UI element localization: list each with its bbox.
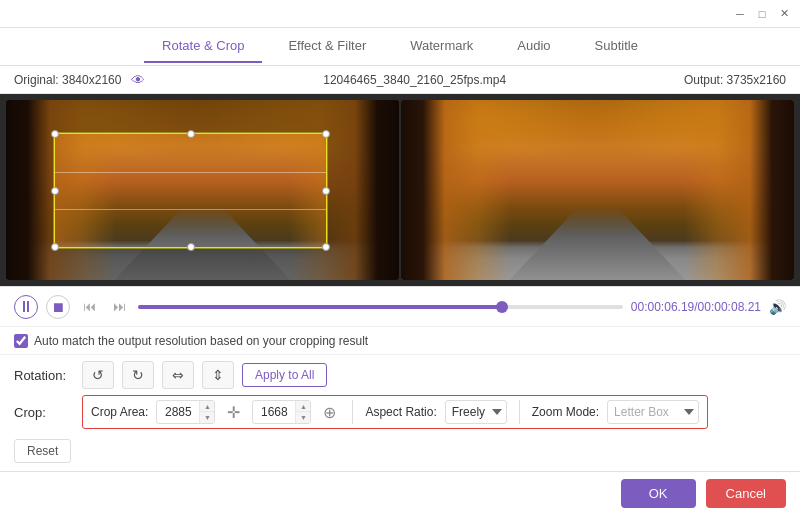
center-icon: ⊕ bbox=[323, 403, 336, 422]
crop-controls: Crop Area: ▲ ▼ ✛ ▲ ▼ ⊕ As bbox=[82, 395, 708, 429]
rotate-right-icon: ↻ bbox=[132, 367, 144, 383]
flip-h-icon: ⇔ bbox=[172, 367, 184, 383]
preview-area bbox=[0, 94, 800, 286]
title-bar: ─ □ ✕ bbox=[0, 0, 800, 28]
volume-icon[interactable]: 🔊 bbox=[769, 299, 786, 315]
tree-right-right bbox=[684, 100, 794, 280]
skip-back-button[interactable]: ⏮ bbox=[78, 296, 100, 318]
pause-button[interactable]: ⏸ bbox=[14, 295, 38, 319]
auto-match-label: Auto match the output resolution based o… bbox=[34, 334, 368, 348]
rotation-label: Rotation: bbox=[14, 368, 74, 383]
separator-1 bbox=[352, 400, 353, 424]
crop-height-down[interactable]: ▼ bbox=[296, 412, 310, 423]
tabs-bar: Rotate & Crop Effect & Filter Watermark … bbox=[0, 28, 800, 66]
current-time: 00:00:06.19 bbox=[631, 300, 694, 314]
separator-2 bbox=[519, 400, 520, 424]
crop-grid bbox=[55, 134, 326, 247]
crop-label: Crop: bbox=[14, 405, 74, 420]
total-time: 00:00:08.21 bbox=[698, 300, 761, 314]
file-name: 12046465_3840_2160_25fps.mp4 bbox=[323, 73, 506, 87]
controls-area: Rotation: ↺ ↻ ⇔ ⇕ Apply to All Crop: Cro… bbox=[0, 354, 800, 471]
flip-v-button[interactable]: ⇕ bbox=[202, 361, 234, 389]
rotate-left-icon: ↺ bbox=[92, 367, 104, 383]
skip-forward-button[interactable]: ⏭ bbox=[108, 296, 130, 318]
tab-effect-filter[interactable]: Effect & Filter bbox=[270, 30, 384, 63]
tab-rotate-crop[interactable]: Rotate & Crop bbox=[144, 30, 262, 63]
tab-audio[interactable]: Audio bbox=[499, 30, 568, 63]
crop-height-spinbox[interactable]: ▲ ▼ bbox=[252, 400, 311, 424]
original-resolution: Original: 3840x2160 bbox=[14, 73, 121, 87]
stop-button[interactable]: ⏹ bbox=[46, 295, 70, 319]
auto-match-bar: Auto match the output resolution based o… bbox=[0, 326, 800, 354]
progress-fill bbox=[138, 305, 502, 309]
crop-handle-rm[interactable] bbox=[322, 187, 330, 195]
crop-row-container: Crop: Crop Area: ▲ ▼ ✛ ▲ ▼ bbox=[14, 395, 786, 429]
crop-width-down[interactable]: ▼ bbox=[200, 412, 214, 423]
bottom-bar: OK Cancel bbox=[0, 471, 800, 515]
close-button[interactable]: ✕ bbox=[776, 6, 792, 22]
time-display: 00:00:06.19/00:00:08.21 bbox=[631, 300, 761, 314]
auto-match-checkbox[interactable] bbox=[14, 334, 28, 348]
cross-icon: ✛ bbox=[227, 403, 240, 422]
crop-height-input[interactable] bbox=[253, 403, 295, 421]
crop-height-arrows: ▲ ▼ bbox=[295, 401, 310, 423]
ok-button[interactable]: OK bbox=[621, 479, 696, 508]
tree-left-right bbox=[401, 100, 511, 280]
crop-handle-lm[interactable] bbox=[51, 187, 59, 195]
zoom-mode-select[interactable]: Letter Box Pan & Scan Full bbox=[607, 400, 699, 424]
playback-bar: ⏸ ⏹ ⏮ ⏭ 00:00:06.19/00:00:08.21 🔊 bbox=[0, 286, 800, 326]
aspect-ratio-label: Aspect Ratio: bbox=[365, 405, 436, 419]
crop-width-up[interactable]: ▲ bbox=[200, 401, 214, 412]
info-bar: Original: 3840x2160 👁 12046465_3840_2160… bbox=[0, 66, 800, 94]
rotate-left-button[interactable]: ↺ bbox=[82, 361, 114, 389]
maximize-button[interactable]: □ bbox=[754, 6, 770, 22]
preview-cropped bbox=[401, 100, 794, 280]
reset-button[interactable]: Reset bbox=[14, 439, 71, 463]
eye-icon[interactable]: 👁 bbox=[131, 72, 145, 88]
output-resolution: Output: 3735x2160 bbox=[684, 73, 786, 87]
crop-width-arrows: ▲ ▼ bbox=[199, 401, 214, 423]
flip-v-icon: ⇕ bbox=[212, 367, 224, 383]
tab-watermark[interactable]: Watermark bbox=[392, 30, 491, 63]
crop-width-input[interactable] bbox=[157, 403, 199, 421]
progress-track[interactable] bbox=[138, 305, 623, 309]
cancel-button[interactable]: Cancel bbox=[706, 479, 786, 508]
crop-width-spinbox[interactable]: ▲ ▼ bbox=[156, 400, 215, 424]
crop-selection[interactable] bbox=[53, 132, 328, 249]
rotate-right-button[interactable]: ↻ bbox=[122, 361, 154, 389]
apply-all-button[interactable]: Apply to All bbox=[242, 363, 327, 387]
crop-height-up[interactable]: ▲ bbox=[296, 401, 310, 412]
crop-handle-tm[interactable] bbox=[187, 130, 195, 138]
flip-h-button[interactable]: ⇔ bbox=[162, 361, 194, 389]
crop-area-label: Crop Area: bbox=[91, 405, 148, 419]
preview-original bbox=[6, 100, 399, 280]
rotation-row: Rotation: ↺ ↻ ⇔ ⇕ Apply to All bbox=[14, 361, 786, 389]
crop-handle-bm[interactable] bbox=[187, 243, 195, 251]
minimize-button[interactable]: ─ bbox=[732, 6, 748, 22]
tab-subtitle[interactable]: Subtitle bbox=[577, 30, 656, 63]
zoom-mode-label: Zoom Mode: bbox=[532, 405, 599, 419]
aspect-ratio-select[interactable]: Freely 16:9 4:3 1:1 9:16 bbox=[445, 400, 507, 424]
progress-thumb[interactable] bbox=[496, 301, 508, 313]
